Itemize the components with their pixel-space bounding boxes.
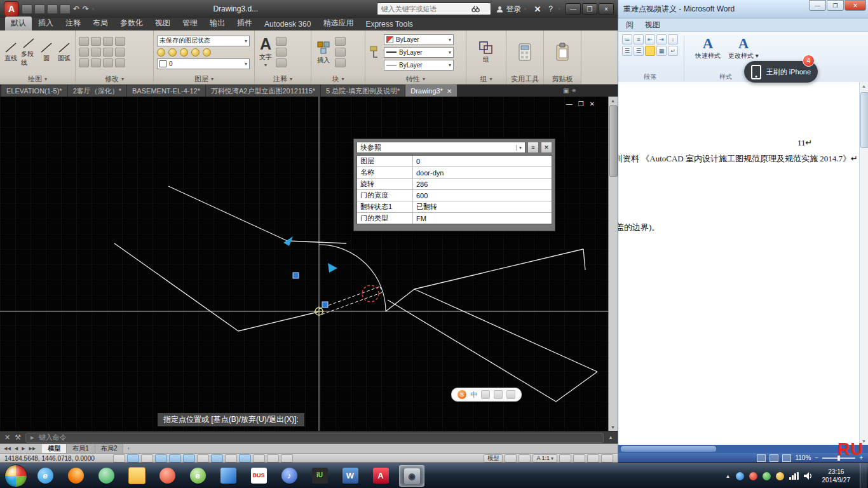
insert-block-button[interactable]: 插入: [315, 40, 332, 65]
ribbon-tab[interactable]: 布局: [87, 17, 114, 30]
show-desktop-button[interactable]: [860, 463, 867, 488]
mirror-icon[interactable]: [91, 48, 101, 57]
file-tab[interactable]: ELEVATION(1-5)* ✕: [1, 85, 67, 97]
layer-freeze-icon[interactable]: [180, 48, 188, 57]
dyn-toggle[interactable]: [239, 454, 251, 463]
taskbar-icon-360-browser[interactable]: [94, 465, 118, 485]
tray-antivirus-icon[interactable]: [763, 472, 771, 480]
utilities-panel-label[interactable]: 实用工具: [506, 74, 543, 84]
snap-toggle[interactable]: [127, 454, 139, 463]
draw-tool-button[interactable]: 圆: [39, 42, 54, 63]
object-color-combo[interactable]: ByLayer▾: [384, 34, 454, 45]
property-value[interactable]: 已翻转: [413, 201, 552, 212]
word-scrollbar-thumb[interactable]: [860, 92, 868, 148]
taskbar-icon-download-tool[interactable]: [216, 465, 240, 485]
linetype-combo[interactable]: ByLayer▾: [384, 47, 454, 58]
model-space-button[interactable]: 模型: [484, 454, 503, 463]
help-dropdown-icon[interactable]: ▾: [558, 6, 560, 12]
measure-icon[interactable]: [517, 43, 533, 62]
new-drawing-icon[interactable]: ▣: [563, 87, 569, 94]
shading-icon[interactable]: [645, 46, 655, 56]
osnap-toggle[interactable]: [183, 454, 195, 463]
layer-lock-icon[interactable]: [191, 48, 200, 57]
ribbon-tab[interactable]: 插件: [231, 17, 258, 30]
autocad-logo-icon[interactable]: A: [4, 1, 19, 17]
layer-combo[interactable]: 0▾: [157, 58, 250, 69]
offset-icon[interactable]: [103, 48, 113, 57]
ribbon-tab[interactable]: 默认: [5, 17, 32, 30]
cleanscreen-icon[interactable]: [601, 454, 613, 463]
transparency-toggle[interactable]: [267, 454, 279, 463]
text-tool-button[interactable]: A 文字▾: [258, 36, 273, 68]
binoculars-icon[interactable]: [471, 6, 480, 13]
quickprop-toggle[interactable]: [281, 454, 293, 463]
ribbon-tab[interactable]: Autodesk 360: [259, 18, 316, 30]
word-hscrollbar[interactable]: [618, 445, 868, 453]
print-layout-icon[interactable]: [757, 454, 766, 462]
ribbon-tab[interactable]: 注释: [60, 17, 86, 30]
ribbon-tab[interactable]: 视图: [149, 17, 176, 30]
lineweight-toggle[interactable]: [253, 454, 265, 463]
word-ribbon-tab[interactable]: 阅: [626, 20, 634, 30]
next-tab-icon[interactable]: ▶: [20, 444, 26, 453]
block-panel-label[interactable]: 块▾: [311, 74, 365, 84]
clipboard-icon[interactable]: [555, 43, 570, 62]
taskbar-icon-ie[interactable]: e: [33, 465, 57, 485]
plot-icon[interactable]: [60, 4, 71, 14]
annotation-visibility-icon[interactable]: [559, 454, 571, 463]
close-tab-icon[interactable]: ✕: [447, 88, 452, 95]
search-input[interactable]: [379, 4, 470, 13]
property-value[interactable]: 0: [413, 156, 552, 166]
change-styles-button[interactable]: A 更改样式 ▾: [726, 34, 761, 60]
leader-icon[interactable]: [276, 48, 287, 57]
quick-styles-button[interactable]: A 快速样式: [690, 34, 726, 60]
object-type-combo[interactable]: 块参照 ▾: [356, 142, 526, 153]
taskbar-icon-bus-app[interactable]: BUS: [247, 465, 271, 485]
scroll-down-icon[interactable]: ▼: [609, 423, 617, 431]
fillet-icon[interactable]: [115, 37, 125, 46]
clipboard-panel-label[interactable]: 剪贴板: [544, 74, 581, 84]
taskbar-icon-red-app[interactable]: A: [369, 465, 393, 485]
workspace-switch-icon[interactable]: [573, 454, 585, 463]
exchange-apps-icon[interactable]: ✕: [531, 4, 543, 14]
start-button[interactable]: [4, 464, 27, 487]
new-icon[interactable]: [22, 4, 32, 14]
scale-icon[interactable]: [91, 58, 101, 67]
tab-overflow-icon[interactable]: ≡: [572, 87, 576, 94]
prev-tab-icon[interactable]: ◀: [13, 444, 19, 453]
word-minimize-button[interactable]: —: [809, 0, 826, 11]
command-input[interactable]: ▸ 键入命令: [25, 433, 604, 443]
indent-icon[interactable]: ⇥: [656, 34, 667, 44]
numbering-icon[interactable]: ≡: [634, 34, 644, 44]
align-left-icon[interactable]: ☰: [622, 46, 632, 56]
close-button[interactable]: ×: [599, 3, 614, 15]
file-tab[interactable]: 2客厅（深化）* ✕: [68, 85, 126, 97]
layout-tab[interactable]: 布局1: [67, 444, 95, 453]
modify-panel-label[interactable]: 修改▾: [76, 74, 153, 84]
new-layout-icon[interactable]: ＋: [125, 444, 132, 453]
volume-icon[interactable]: [804, 472, 813, 480]
undo-icon[interactable]: ↶: [72, 4, 80, 13]
ime-lang-toggle[interactable]: 中: [470, 391, 477, 398]
command-close-icon[interactable]: ✕: [4, 433, 10, 442]
doc-minimize-icon[interactable]: —: [566, 100, 573, 107]
layout-tab[interactable]: 布局2: [95, 444, 124, 453]
redo-icon[interactable]: ↷: [82, 4, 90, 13]
doc-restore-icon[interactable]: ❐: [578, 100, 584, 107]
options-icon[interactable]: ≡: [527, 142, 539, 153]
word-document[interactable]: 11↵ 训资料 《AutoCAD 室内设计施工图规范原理及规范实施 2014.7…: [618, 82, 860, 445]
open-icon[interactable]: [34, 4, 45, 14]
ime-keyboard-icon[interactable]: [494, 390, 503, 399]
sort-icon[interactable]: ↓: [668, 34, 678, 44]
layer-isolate-icon[interactable]: [168, 48, 177, 57]
group-button[interactable]: 组: [477, 41, 495, 64]
dimension-icon[interactable]: [276, 37, 287, 46]
infer-toggle[interactable]: [113, 454, 125, 463]
tray-qq-icon[interactable]: [736, 472, 744, 480]
clock[interactable]: 23:16 2014/9/27: [818, 468, 855, 484]
property-value[interactable]: door-dyn: [413, 167, 552, 178]
layout-tab[interactable]: 模型: [42, 444, 67, 453]
file-tab[interactable]: 5 总院-填充图例及说明* ✕: [321, 85, 405, 97]
erase-icon[interactable]: [103, 58, 113, 67]
move-icon[interactable]: [79, 37, 89, 46]
